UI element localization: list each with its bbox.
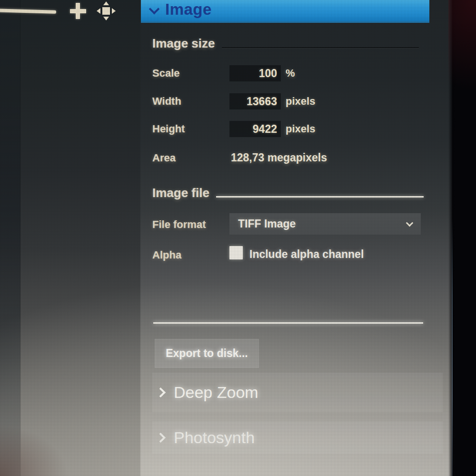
alpha-checkbox[interactable] (229, 246, 243, 259)
chevron-right-icon (156, 387, 166, 397)
panel-divider (153, 322, 423, 324)
file-format-value: TIFF Image (238, 218, 296, 230)
section-header-image[interactable]: Image (141, 0, 429, 23)
alpha-checkbox-label: Include alpha channel (249, 248, 364, 261)
width-unit: pixels (286, 95, 315, 108)
deep-zoom-title: Deep Zoom (174, 383, 258, 402)
height-input[interactable] (229, 121, 281, 137)
width-input[interactable] (229, 93, 281, 109)
width-label: Width (152, 95, 181, 108)
pan-tool-button[interactable] (96, 1, 116, 21)
image-file-title-text: Image file (152, 186, 209, 200)
scale-input[interactable] (229, 65, 281, 81)
image-file-section-title: Image file (152, 186, 424, 200)
image-size-title-text: Image size (152, 36, 215, 51)
height-label: Height (152, 123, 185, 135)
export-panel: Image Image size Scale % Width pixels He… (140, 0, 452, 476)
screen: Image Image size Scale % Width pixels He… (0, 0, 476, 476)
photosynth-title: Photosynth (174, 428, 255, 447)
scale-label: Scale (152, 67, 180, 79)
alpha-label: Alpha (152, 249, 181, 261)
title-rule (222, 47, 419, 48)
area-label: Area (152, 152, 176, 164)
file-format-dropdown[interactable]: TIFF Image (229, 213, 421, 235)
chevron-right-icon (156, 432, 166, 442)
plus-icon (76, 3, 80, 19)
export-to-disk-button[interactable]: Export to disk... (155, 339, 259, 368)
section-header-deep-zoom[interactable]: Deep Zoom (152, 373, 443, 412)
corner-shadow (0, 414, 81, 476)
area-value: 128,73 megapixels (231, 151, 327, 164)
image-section-title: Image (165, 0, 212, 19)
dropdown-chevron-icon (406, 219, 414, 227)
image-size-section-title: Image size (152, 36, 419, 51)
scale-unit: % (286, 67, 295, 79)
zoom-slider-track[interactable] (0, 9, 56, 13)
title-rule (216, 196, 424, 198)
zoom-in-button[interactable] (69, 2, 87, 20)
chevron-down-icon (149, 3, 160, 14)
canvas-edge-shade (0, 0, 20, 476)
section-header-photosynth[interactable]: Photosynth (152, 421, 443, 454)
pan-icon (96, 1, 116, 21)
screen-bezel (448, 0, 476, 476)
height-unit: pixels (286, 123, 315, 135)
file-format-label: File format (152, 218, 206, 231)
canvas-preview[interactable] (0, 0, 140, 476)
